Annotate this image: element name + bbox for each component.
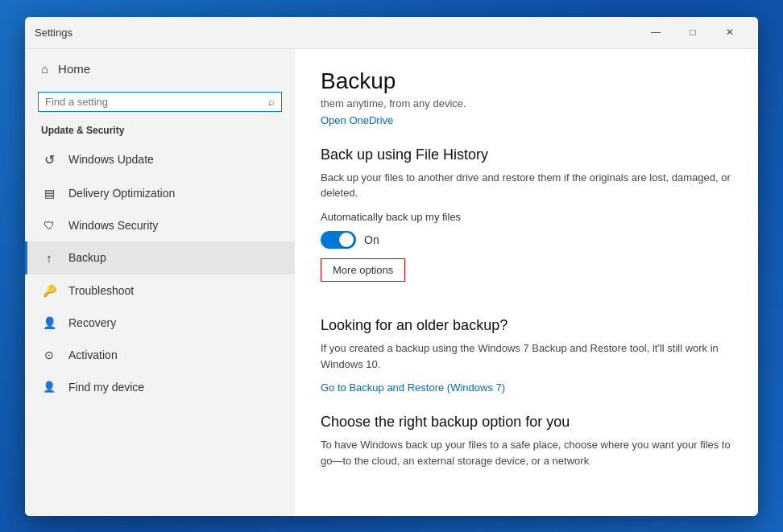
older-backup-title: Looking for an older backup? [321,317,732,334]
toggle-knob [339,233,354,247]
sidebar-item-label: Backup [68,251,106,264]
home-icon: ⌂ [41,62,48,76]
right-option-desc: To have Windows back up your files to a … [321,437,732,468]
maximize-button[interactable]: □ [674,19,711,45]
find-my-device-icon: 👤 [41,381,57,393]
troubleshoot-icon: 🔑 [41,284,57,297]
sidebar-section-title: Update & Security [25,122,295,142]
backup-restore-link[interactable]: Go to Backup and Restore (Windows 7) [321,381,505,394]
sidebar-item-delivery-optimization[interactable]: ▤ Delivery Optimization [25,177,295,209]
more-options-button[interactable]: More options [321,258,405,282]
search-box: ⌕ [38,92,282,112]
sidebar-item-windows-update[interactable]: ↺ Windows Update [25,142,295,177]
toggle-state-label: On [364,233,379,246]
sidebar-item-windows-security[interactable]: 🛡 Windows Security [25,209,295,241]
sidebar-item-find-my-device[interactable]: 👤 Find my device [25,371,295,403]
window-content: ⌂ Home ⌕ Update & Security ↺ Windows Upd… [25,49,758,516]
sidebar-item-activation[interactable]: ⊙ Activation [25,339,295,371]
file-history-title: Back up using File History [321,146,732,163]
close-button[interactable]: ✕ [711,19,748,45]
search-icon[interactable]: ⌕ [268,96,275,108]
windows-security-icon: 🛡 [41,219,57,232]
minimize-button[interactable]: — [637,19,674,45]
sidebar-item-label: Windows Security [68,219,158,232]
auto-backup-toggle[interactable] [321,231,356,249]
sidebar-home-label: Home [58,62,90,76]
file-history-desc: Back up your files to another drive and … [321,170,732,201]
right-option-title: Choose the right backup option for you [321,414,732,431]
delivery-optimization-icon: ▤ [41,187,57,200]
sidebar-item-home[interactable]: ⌂ Home [25,49,295,89]
sidebar-item-backup[interactable]: ↑ Backup [25,241,295,274]
activation-icon: ⊙ [41,348,57,361]
auto-backup-toggle-row: On [321,231,732,249]
settings-window: Settings — □ ✕ ⌂ Home ⌕ Update & Securit… [25,17,758,516]
window-title: Settings [35,27,637,39]
recovery-icon: 👤 [41,316,57,329]
titlebar: Settings — □ ✕ [25,17,758,49]
open-onedrive-link[interactable]: Open OneDrive [321,114,393,126]
backup-icon: ↑ [41,251,57,265]
page-title: Backup [321,68,732,94]
sidebar-item-label: Windows Update [68,153,154,166]
main-content: Backup them anytime, from any device. Op… [295,49,758,516]
sidebar-item-label: Recovery [68,316,116,329]
sidebar-item-troubleshoot[interactable]: 🔑 Troubleshoot [25,274,295,307]
older-backup-desc: If you created a backup using the Window… [321,340,732,372]
window-controls: — □ ✕ [637,19,748,45]
sidebar-item-label: Find my device [68,381,144,394]
toggle-description: Automatically back up my files [321,209,732,225]
sidebar-item-label: Activation [68,348,118,361]
sidebar-item-label: Troubleshoot [68,284,134,297]
sidebar: ⌂ Home ⌕ Update & Security ↺ Windows Upd… [25,49,295,516]
windows-update-icon: ↺ [41,152,57,167]
page-subtitle: them anytime, from any device. [321,97,732,109]
search-input[interactable] [45,96,268,108]
sidebar-item-label: Delivery Optimization [68,187,175,200]
sidebar-item-recovery[interactable]: 👤 Recovery [25,307,295,339]
